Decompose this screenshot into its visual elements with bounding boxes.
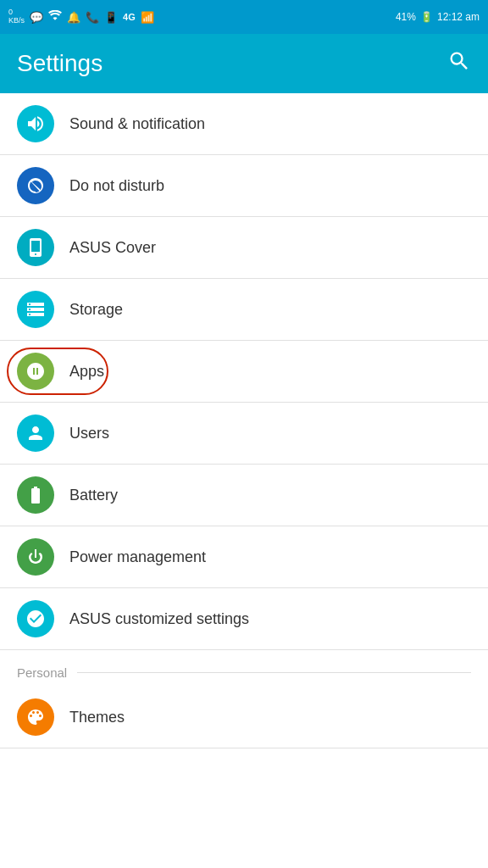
settings-item-themes[interactable]: Themes [0, 687, 488, 748]
settings-item-storage[interactable]: Storage [0, 279, 488, 341]
phone-icon: 📞 [86, 11, 99, 24]
settings-item-apps[interactable]: Apps [0, 341, 488, 403]
apps-icon [17, 353, 54, 390]
search-button[interactable] [447, 49, 471, 79]
settings-item-battery[interactable]: Battery [0, 465, 488, 526]
notification-icon: 🔔 [67, 11, 80, 24]
themes-icon [17, 698, 54, 736]
storage-icon [17, 291, 54, 328]
settings-item-power[interactable]: Power management [0, 526, 488, 588]
4g-icon: 4G [123, 12, 136, 22]
battery-icon [17, 476, 54, 514]
apps-label: Apps [69, 363, 104, 381]
settings-list: Sound & notification Do not disturb ASUS… [0, 93, 488, 650]
storage-label: Storage [69, 301, 123, 319]
settings-item-dnd[interactable]: Do not disturb [0, 155, 488, 217]
section-personal: Personal [0, 650, 488, 687]
whatsapp-icon: 💬 [30, 11, 43, 24]
settings-item-users[interactable]: Users [0, 403, 488, 465]
section-divider [77, 672, 471, 673]
dnd-label: Do not disturb [69, 177, 164, 195]
sound-label: Sound & notification [69, 115, 205, 133]
settings-item-cover[interactable]: ASUS Cover [0, 217, 488, 279]
asus-custom-label: ASUS customized settings [69, 610, 249, 628]
sound-icon [17, 105, 54, 142]
users-label: Users [69, 425, 109, 442]
sim-icon: 📱 [104, 11, 118, 24]
settings-item-asus-custom[interactable]: ASUS customized settings [0, 588, 488, 650]
asus-cover-icon [17, 229, 54, 266]
themes-label: Themes [69, 709, 125, 726]
section-personal-label: Personal [17, 665, 67, 680]
kb-counter: 0 KB/s [8, 8, 25, 25]
kb-label: KB/s [8, 17, 25, 25]
battery-label: Battery [69, 487, 118, 504]
page-title: Settings [17, 50, 103, 77]
asus-cover-label: ASUS Cover [69, 239, 156, 257]
status-right: 41% 🔋 12:12 am [396, 11, 480, 23]
asus-custom-icon [17, 600, 54, 637]
status-left: 0 KB/s 💬 🔔 📞 📱 4G 📶 [8, 8, 154, 25]
wifi-icon [48, 10, 62, 25]
signal-icon: 📶 [141, 11, 154, 24]
dnd-icon [17, 167, 54, 204]
battery-icon: 🔋 [420, 11, 433, 23]
time-display: 12:12 am [437, 11, 480, 23]
power-label: Power management [69, 548, 206, 566]
header: Settings [0, 34, 488, 93]
settings-item-sound[interactable]: Sound & notification [0, 93, 488, 155]
battery-percent: 41% [396, 11, 416, 23]
users-icon [17, 415, 54, 452]
status-bar: 0 KB/s 💬 🔔 📞 📱 4G 📶 41% 🔋 12:12 am [0, 0, 488, 34]
power-icon [17, 538, 54, 576]
